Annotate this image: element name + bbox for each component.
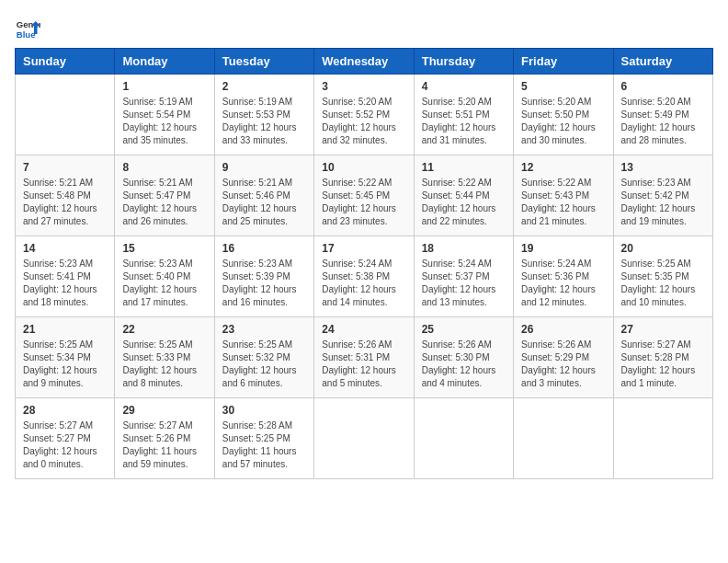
calendar-cell: 28Sunrise: 5:27 AM Sunset: 5:27 PM Dayli… [16,398,115,479]
day-number: 12 [521,161,605,174]
cell-info: Sunrise: 5:20 AM Sunset: 5:52 PM Dayligh… [322,96,405,147]
cell-info: Sunrise: 5:28 AM Sunset: 5:25 PM Dayligh… [222,419,306,471]
cell-info: Sunrise: 5:24 AM Sunset: 5:37 PM Dayligh… [422,258,506,309]
day-number: 2 [222,80,306,93]
calendar-cell: 5Sunrise: 5:20 AM Sunset: 5:50 PM Daylig… [514,75,613,155]
day-number: 18 [422,242,506,255]
calendar-cell: 15Sunrise: 5:23 AM Sunset: 5:40 PM Dayli… [115,236,214,317]
calendar-cell: 23Sunrise: 5:25 AM Sunset: 5:32 PM Dayli… [214,317,313,398]
cell-info: Sunrise: 5:20 AM Sunset: 5:50 PM Dayligh… [521,96,605,147]
cell-info: Sunrise: 5:27 AM Sunset: 5:28 PM Dayligh… [621,339,705,390]
day-number: 17 [322,242,405,255]
weekday-header: Tuesday [214,49,313,75]
calendar-cell [613,398,712,479]
day-number: 29 [122,404,206,417]
calendar-cell: 12Sunrise: 5:22 AM Sunset: 5:43 PM Dayli… [514,155,613,236]
calendar-cell: 30Sunrise: 5:28 AM Sunset: 5:25 PM Dayli… [214,398,313,479]
cell-info: Sunrise: 5:26 AM Sunset: 5:31 PM Dayligh… [322,339,405,390]
cell-info: Sunrise: 5:22 AM Sunset: 5:45 PM Dayligh… [322,177,405,228]
day-number: 27 [621,323,705,336]
cell-info: Sunrise: 5:23 AM Sunset: 5:41 PM Dayligh… [23,258,107,309]
day-number: 30 [222,404,306,417]
day-number: 20 [621,242,705,255]
cell-info: Sunrise: 5:19 AM Sunset: 5:53 PM Dayligh… [222,96,306,147]
calendar-cell: 14Sunrise: 5:23 AM Sunset: 5:41 PM Dayli… [16,236,115,317]
calendar-cell: 20Sunrise: 5:25 AM Sunset: 5:35 PM Dayli… [613,236,712,317]
svg-text:Blue: Blue [17,29,36,40]
day-number: 15 [122,242,206,255]
calendar-cell [314,398,414,479]
day-number: 24 [322,323,405,336]
calendar-cell: 25Sunrise: 5:26 AM Sunset: 5:30 PM Dayli… [414,317,513,398]
calendar-cell: 21Sunrise: 5:25 AM Sunset: 5:34 PM Dayli… [16,317,115,398]
cell-info: Sunrise: 5:25 AM Sunset: 5:32 PM Dayligh… [222,339,306,390]
calendar-cell: 6Sunrise: 5:20 AM Sunset: 5:49 PM Daylig… [613,75,712,155]
calendar-week-row: 1Sunrise: 5:19 AM Sunset: 5:54 PM Daylig… [16,75,713,155]
header-row: SundayMondayTuesdayWednesdayThursdayFrid… [16,49,713,75]
calendar-week-row: 14Sunrise: 5:23 AM Sunset: 5:41 PM Dayli… [16,236,713,317]
calendar-cell: 17Sunrise: 5:24 AM Sunset: 5:38 PM Dayli… [314,236,414,317]
day-number: 19 [521,242,605,255]
cell-info: Sunrise: 5:20 AM Sunset: 5:49 PM Dayligh… [621,96,705,147]
day-number: 1 [122,80,206,93]
calendar-cell: 4Sunrise: 5:20 AM Sunset: 5:51 PM Daylig… [414,75,513,155]
calendar-cell: 9Sunrise: 5:21 AM Sunset: 5:46 PM Daylig… [214,155,313,236]
calendar-body: 1Sunrise: 5:19 AM Sunset: 5:54 PM Daylig… [16,75,713,479]
calendar-table: SundayMondayTuesdayWednesdayThursdayFrid… [15,48,713,479]
cell-info: Sunrise: 5:21 AM Sunset: 5:48 PM Dayligh… [23,177,107,228]
calendar-week-row: 28Sunrise: 5:27 AM Sunset: 5:27 PM Dayli… [16,398,713,479]
cell-info: Sunrise: 5:24 AM Sunset: 5:38 PM Dayligh… [322,258,405,309]
calendar-cell: 24Sunrise: 5:26 AM Sunset: 5:31 PM Dayli… [314,317,414,398]
day-number: 22 [122,323,206,336]
weekday-header: Thursday [414,49,513,75]
logo-icon: General Blue [15,15,40,40]
cell-info: Sunrise: 5:21 AM Sunset: 5:46 PM Dayligh… [222,177,306,228]
cell-info: Sunrise: 5:24 AM Sunset: 5:36 PM Dayligh… [521,258,605,309]
cell-info: Sunrise: 5:23 AM Sunset: 5:42 PM Dayligh… [621,177,705,228]
calendar-cell: 7Sunrise: 5:21 AM Sunset: 5:48 PM Daylig… [16,155,115,236]
day-number: 25 [422,323,506,336]
day-number: 28 [23,404,107,417]
calendar-week-row: 21Sunrise: 5:25 AM Sunset: 5:34 PM Dayli… [16,317,713,398]
calendar-cell: 11Sunrise: 5:22 AM Sunset: 5:44 PM Dayli… [414,155,513,236]
cell-info: Sunrise: 5:26 AM Sunset: 5:29 PM Dayligh… [521,339,605,390]
day-number: 4 [422,80,506,93]
day-number: 13 [621,161,705,174]
calendar-cell: 1Sunrise: 5:19 AM Sunset: 5:54 PM Daylig… [115,75,214,155]
calendar-cell: 8Sunrise: 5:21 AM Sunset: 5:47 PM Daylig… [115,155,214,236]
calendar-cell: 13Sunrise: 5:23 AM Sunset: 5:42 PM Dayli… [613,155,712,236]
day-number: 14 [23,242,107,255]
cell-info: Sunrise: 5:21 AM Sunset: 5:47 PM Dayligh… [122,177,206,228]
calendar-header: SundayMondayTuesdayWednesdayThursdayFrid… [16,49,713,75]
day-number: 26 [521,323,605,336]
day-number: 9 [222,161,306,174]
header: General Blue [15,15,713,40]
cell-info: Sunrise: 5:19 AM Sunset: 5:54 PM Dayligh… [122,96,206,147]
cell-info: Sunrise: 5:23 AM Sunset: 5:39 PM Dayligh… [222,258,306,309]
weekday-header: Saturday [613,49,712,75]
calendar-cell: 2Sunrise: 5:19 AM Sunset: 5:53 PM Daylig… [214,75,313,155]
logo: General Blue [15,15,44,40]
calendar-cell: 3Sunrise: 5:20 AM Sunset: 5:52 PM Daylig… [314,75,414,155]
calendar-cell [414,398,513,479]
weekday-header: Monday [115,49,214,75]
day-number: 16 [222,242,306,255]
cell-info: Sunrise: 5:27 AM Sunset: 5:27 PM Dayligh… [23,419,107,471]
weekday-header: Wednesday [314,49,414,75]
day-number: 21 [23,323,107,336]
calendar-cell [514,398,613,479]
calendar-week-row: 7Sunrise: 5:21 AM Sunset: 5:48 PM Daylig… [16,155,713,236]
calendar-cell: 19Sunrise: 5:24 AM Sunset: 5:36 PM Dayli… [514,236,613,317]
cell-info: Sunrise: 5:25 AM Sunset: 5:35 PM Dayligh… [621,258,705,309]
cell-info: Sunrise: 5:26 AM Sunset: 5:30 PM Dayligh… [422,339,506,390]
calendar-cell: 18Sunrise: 5:24 AM Sunset: 5:37 PM Dayli… [414,236,513,317]
day-number: 8 [122,161,206,174]
cell-info: Sunrise: 5:22 AM Sunset: 5:44 PM Dayligh… [422,177,506,228]
cell-info: Sunrise: 5:27 AM Sunset: 5:26 PM Dayligh… [122,419,206,471]
cell-info: Sunrise: 5:20 AM Sunset: 5:51 PM Dayligh… [422,96,506,147]
day-number: 7 [23,161,107,174]
calendar-cell: 10Sunrise: 5:22 AM Sunset: 5:45 PM Dayli… [314,155,414,236]
cell-info: Sunrise: 5:25 AM Sunset: 5:34 PM Dayligh… [23,339,107,390]
calendar-cell: 29Sunrise: 5:27 AM Sunset: 5:26 PM Dayli… [115,398,214,479]
calendar-cell: 16Sunrise: 5:23 AM Sunset: 5:39 PM Dayli… [214,236,313,317]
